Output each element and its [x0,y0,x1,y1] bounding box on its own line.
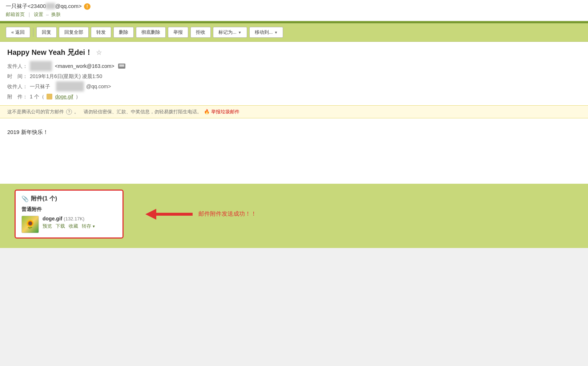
attachment-area: 📎 附件(1 个) 普通附件 🌻 doge.gif (132.17K) 预览 下… [0,184,588,248]
sender-row: 发件人： ██·▪_▪██ <maven_work@163.com> [7,61,581,71]
time-row: 时 间： 2019年1月6日(星期天) 凌晨1:50 [7,71,581,81]
warning-text2: 。 请勿轻信密保、汇款、中奖信息，勿轻易拨打陌生电话。 [74,109,202,115]
recipient-row: 收件人： 一只袜子 2███████@qq.com> [7,81,581,92]
account-info: 一只袜子<23400178@qq.com> ! [6,3,582,10]
delete-perm-button[interactable]: 彻底删除 [136,27,166,38]
reject-button[interactable]: 拒收 [190,27,211,38]
red-arrow-icon [145,209,193,220]
time-value: 2019年1月6日(星期天) 凌晨1:50 [30,71,102,81]
help-circle-icon[interactable]: ? [66,109,72,115]
star-icon[interactable]: ☆ [96,49,102,57]
email-body-content: 2019 新年快乐！ [7,127,581,137]
attachment-box: 📎 附件(1 个) 普通附件 🌻 doge.gif (132.17K) 预览 下… [15,190,124,239]
sender-label: 发件人： [7,61,28,71]
preview-action[interactable]: 预览 [43,223,52,229]
header-nav: 邮箱首页 ｜ 设置 – 换肤 [6,11,582,18]
report-button[interactable]: 举报 [168,27,188,38]
attachment-thumbnail: 🌻 [21,216,39,233]
save-action[interactable]: 转存 ▼ [82,223,96,229]
nav-skin-link[interactable]: 换肤 [51,11,61,18]
attachment-title: 附件(1 个) [31,195,57,203]
attachment-item: 🌻 doge.gif (132.17K) 预览 下载 收藏 转存 ▼ [21,216,117,233]
nav-separator: ｜ [27,11,32,18]
nav-dash: – [45,12,50,17]
nav-home-link[interactable]: 邮箱首页 [6,11,25,18]
toolbar-separator [33,28,33,37]
red-arrow-container [145,209,193,220]
email-subject: Happy New Yeah 兄dei！ ☆ [0,42,588,61]
attachment-type-label: 普通附件 [21,206,117,213]
svg-marker-0 [145,209,193,220]
email-meta: 发件人： ██·▪_▪██ <maven_work@163.com> 时 间： … [0,61,588,105]
attachment-label: 附 件： [7,92,28,102]
attachment-inline-icon [47,94,52,99]
sender-name: ██·▪_▪██ <maven_work@163.com> [30,61,114,71]
header: 一只袜子<23400178@qq.com> ! 邮箱首页 ｜ 设置 – 换肤 [0,0,588,21]
move-to-dropdown-arrow: ▼ [274,30,278,34]
download-action[interactable]: 下载 [56,223,65,229]
back-button[interactable]: « 返回 [6,27,30,38]
attachment-box-header: 📎 附件(1 个) [21,195,117,203]
sender-card-icon[interactable] [118,64,125,69]
mark-as-dropdown-arrow: ▼ [238,30,242,34]
time-label: 时 间： [7,71,28,81]
paperclip-icon: 📎 [21,195,29,202]
warning-banner: 这不是腾讯公司的官方邮件 ? 。 请勿轻信密保、汇款、中奖信息，勿轻易拨打陌生电… [0,105,588,118]
mark-as-button[interactable]: 标记为... ▼ [213,27,247,38]
save-dropdown-arrow: ▼ [92,224,96,228]
account-name: 一只袜子<23400178@qq.com> [6,3,82,10]
email-body: 2019 新年快乐！ [0,118,588,184]
annotation-container: 邮件附件发送成功！！ [145,209,257,220]
email-container: Happy New Yeah 兄dei！ ☆ 发件人： ██·▪_▪██ <ma… [0,42,588,184]
attachment-actions: 预览 下载 收藏 转存 ▼ [43,223,96,229]
attachment-name-inline[interactable]: doge.gif [55,92,73,102]
toolbar: « 返回 回复 回复全部 转发 删除 彻底删除 举报 拒收 标记为... ▼ 移… [0,23,588,42]
attachment-size: (132.17K) [64,216,84,221]
sender-email: <maven_work@163.com> [55,63,114,69]
attachment-meta-row: 附 件： 1 个（ doge.gif ） [7,92,581,102]
nav-settings-link[interactable]: 设置 [34,11,43,18]
attachment-info: doge.gif (132.17K) 预览 下载 收藏 转存 ▼ [43,216,96,229]
delete-button[interactable]: 删除 [113,27,134,38]
move-to-button[interactable]: 移动到... ▼ [249,27,283,38]
warning-text1: 这不是腾讯公司的官方邮件 [7,109,64,115]
forward-button[interactable]: 转发 [91,27,111,38]
reply-all-button[interactable]: 回复全部 [59,27,89,38]
collect-action[interactable]: 收藏 [69,223,78,229]
attachment-filename-row: doge.gif (132.17K) [43,216,96,221]
attachment-count: 1 个（ [30,92,44,102]
report-spam-link[interactable]: 🔥 举报垃圾邮件 [204,109,239,115]
attachment-filename: doge.gif [43,216,62,221]
recipient-name: 一只袜子 [30,81,50,92]
annotation-text: 邮件附件发送成功！！ [198,210,257,218]
reply-button[interactable]: 回复 [36,27,57,38]
account-warning-icon: ! [84,3,90,10]
attachment-inner: 📎 附件(1 个) 普通附件 🌻 doge.gif (132.17K) 预览 下… [0,184,588,244]
recipient-label: 收件人： [7,81,28,92]
